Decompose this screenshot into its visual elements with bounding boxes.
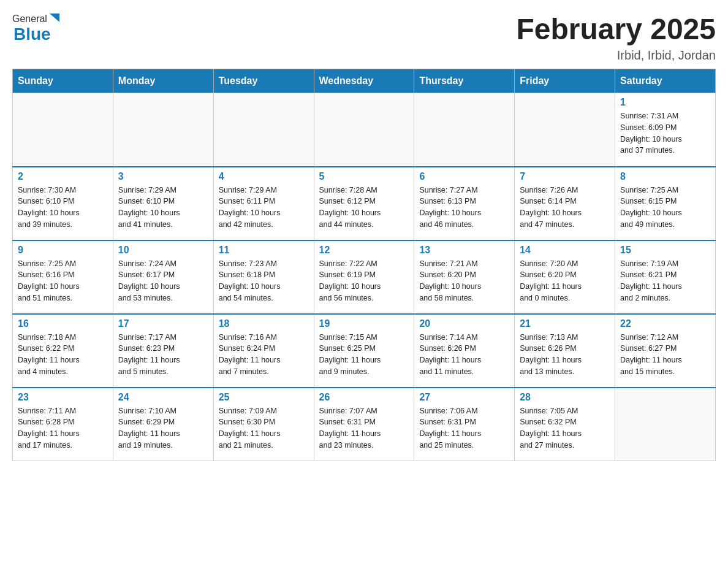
calendar-table: SundayMondayTuesdayWednesdayThursdayFrid… [12,69,716,461]
day-info: Sunrise: 7:12 AM Sunset: 6:27 PM Dayligh… [620,332,710,378]
day-info: Sunrise: 7:20 AM Sunset: 6:20 PM Dayligh… [520,258,610,304]
day-number: 6 [419,171,509,182]
calendar-cell: 14Sunrise: 7:20 AM Sunset: 6:20 PM Dayli… [515,240,615,314]
calendar-cell: 21Sunrise: 7:13 AM Sunset: 6:26 PM Dayli… [515,314,615,388]
day-number: 10 [118,245,208,256]
calendar-cell: 6Sunrise: 7:27 AM Sunset: 6:13 PM Daylig… [414,167,515,240]
day-header-friday: Friday [515,69,615,93]
day-number: 18 [219,318,309,329]
day-header-saturday: Saturday [615,69,716,93]
day-number: 19 [319,318,409,329]
day-info: Sunrise: 7:13 AM Sunset: 6:26 PM Dayligh… [520,332,610,378]
day-number: 4 [219,171,309,182]
calendar-cell: 20Sunrise: 7:14 AM Sunset: 6:26 PM Dayli… [414,314,515,388]
day-number: 27 [419,392,509,403]
calendar-header-row: SundayMondayTuesdayWednesdayThursdayFrid… [13,69,716,93]
calendar-cell [113,93,213,167]
day-info: Sunrise: 7:23 AM Sunset: 6:18 PM Dayligh… [219,258,309,304]
calendar-cell: 19Sunrise: 7:15 AM Sunset: 6:25 PM Dayli… [314,314,414,388]
day-number: 28 [520,392,610,403]
day-number: 23 [18,392,108,403]
day-info: Sunrise: 7:07 AM Sunset: 6:31 PM Dayligh… [319,405,409,451]
page-header: General Blue February 2025 Irbid, Irbid,… [12,12,716,63]
day-number: 11 [219,245,309,256]
day-info: Sunrise: 7:29 AM Sunset: 6:10 PM Dayligh… [118,185,208,231]
calendar-cell: 7Sunrise: 7:26 AM Sunset: 6:14 PM Daylig… [515,167,615,240]
day-info: Sunrise: 7:17 AM Sunset: 6:23 PM Dayligh… [118,332,208,378]
day-info: Sunrise: 7:10 AM Sunset: 6:29 PM Dayligh… [118,405,208,451]
calendar-week-row: 1Sunrise: 7:31 AM Sunset: 6:09 PM Daylig… [13,93,716,167]
calendar-cell [515,93,615,167]
calendar-cell: 10Sunrise: 7:24 AM Sunset: 6:17 PM Dayli… [113,240,213,314]
calendar-cell: 12Sunrise: 7:22 AM Sunset: 6:19 PM Dayli… [314,240,414,314]
title-block: February 2025 Irbid, Irbid, Jordan [516,12,716,63]
calendar-week-row: 2Sunrise: 7:30 AM Sunset: 6:10 PM Daylig… [13,167,716,240]
calendar-cell: 9Sunrise: 7:25 AM Sunset: 6:16 PM Daylig… [13,240,113,314]
day-header-thursday: Thursday [414,69,515,93]
day-info: Sunrise: 7:05 AM Sunset: 6:32 PM Dayligh… [520,405,610,451]
calendar-cell [414,93,515,167]
day-info: Sunrise: 7:25 AM Sunset: 6:15 PM Dayligh… [620,185,710,231]
month-title: February 2025 [516,12,716,46]
calendar-week-row: 23Sunrise: 7:11 AM Sunset: 6:28 PM Dayli… [13,388,716,461]
day-number: 20 [419,318,509,329]
day-number: 24 [118,392,208,403]
calendar-cell: 5Sunrise: 7:28 AM Sunset: 6:12 PM Daylig… [314,167,414,240]
calendar-cell [213,93,314,167]
day-info: Sunrise: 7:18 AM Sunset: 6:22 PM Dayligh… [18,332,108,378]
day-header-tuesday: Tuesday [213,69,314,93]
day-number: 21 [520,318,610,329]
calendar-cell [13,93,113,167]
day-info: Sunrise: 7:24 AM Sunset: 6:17 PM Dayligh… [118,258,208,304]
day-number: 14 [520,245,610,256]
day-number: 7 [520,171,610,182]
calendar-cell: 26Sunrise: 7:07 AM Sunset: 6:31 PM Dayli… [314,388,414,461]
calendar-cell: 25Sunrise: 7:09 AM Sunset: 6:30 PM Dayli… [213,388,314,461]
calendar-cell: 22Sunrise: 7:12 AM Sunset: 6:27 PM Dayli… [615,314,716,388]
calendar-cell: 4Sunrise: 7:29 AM Sunset: 6:11 PM Daylig… [213,167,314,240]
day-info: Sunrise: 7:30 AM Sunset: 6:10 PM Dayligh… [18,185,108,231]
day-info: Sunrise: 7:09 AM Sunset: 6:30 PM Dayligh… [219,405,309,451]
calendar-cell: 16Sunrise: 7:18 AM Sunset: 6:22 PM Dayli… [13,314,113,388]
logo: General Blue [12,12,61,43]
day-info: Sunrise: 7:16 AM Sunset: 6:24 PM Dayligh… [219,332,309,378]
day-number: 9 [18,245,108,256]
day-info: Sunrise: 7:31 AM Sunset: 6:09 PM Dayligh… [620,110,710,156]
day-number: 2 [18,171,108,182]
calendar-cell: 3Sunrise: 7:29 AM Sunset: 6:10 PM Daylig… [113,167,213,240]
calendar-cell: 2Sunrise: 7:30 AM Sunset: 6:10 PM Daylig… [13,167,113,240]
svg-marker-0 [50,13,59,22]
calendar-cell: 1Sunrise: 7:31 AM Sunset: 6:09 PM Daylig… [615,93,716,167]
calendar-cell: 18Sunrise: 7:16 AM Sunset: 6:24 PM Dayli… [213,314,314,388]
calendar-cell: 23Sunrise: 7:11 AM Sunset: 6:28 PM Dayli… [13,388,113,461]
day-info: Sunrise: 7:06 AM Sunset: 6:31 PM Dayligh… [419,405,509,451]
day-number: 26 [319,392,409,403]
day-header-monday: Monday [113,69,213,93]
day-info: Sunrise: 7:27 AM Sunset: 6:13 PM Dayligh… [419,185,509,231]
calendar-week-row: 9Sunrise: 7:25 AM Sunset: 6:16 PM Daylig… [13,240,716,314]
day-number: 5 [319,171,409,182]
calendar-cell: 15Sunrise: 7:19 AM Sunset: 6:21 PM Dayli… [615,240,716,314]
day-number: 16 [18,318,108,329]
calendar-cell: 8Sunrise: 7:25 AM Sunset: 6:15 PM Daylig… [615,167,716,240]
day-number: 13 [419,245,509,256]
day-info: Sunrise: 7:26 AM Sunset: 6:14 PM Dayligh… [520,185,610,231]
day-header-sunday: Sunday [13,69,113,93]
calendar-cell [314,93,414,167]
day-number: 3 [118,171,208,182]
location-text: Irbid, Irbid, Jordan [516,48,716,63]
day-number: 1 [620,97,710,108]
day-info: Sunrise: 7:14 AM Sunset: 6:26 PM Dayligh… [419,332,509,378]
day-header-wednesday: Wednesday [314,69,414,93]
day-number: 22 [620,318,710,329]
calendar-cell: 17Sunrise: 7:17 AM Sunset: 6:23 PM Dayli… [113,314,213,388]
day-info: Sunrise: 7:19 AM Sunset: 6:21 PM Dayligh… [620,258,710,304]
day-number: 25 [219,392,309,403]
calendar-week-row: 16Sunrise: 7:18 AM Sunset: 6:22 PM Dayli… [13,314,716,388]
day-info: Sunrise: 7:22 AM Sunset: 6:19 PM Dayligh… [319,258,409,304]
day-number: 15 [620,245,710,256]
calendar-cell: 27Sunrise: 7:06 AM Sunset: 6:31 PM Dayli… [414,388,515,461]
day-info: Sunrise: 7:28 AM Sunset: 6:12 PM Dayligh… [319,185,409,231]
day-info: Sunrise: 7:29 AM Sunset: 6:11 PM Dayligh… [219,185,309,231]
day-info: Sunrise: 7:21 AM Sunset: 6:20 PM Dayligh… [419,258,509,304]
